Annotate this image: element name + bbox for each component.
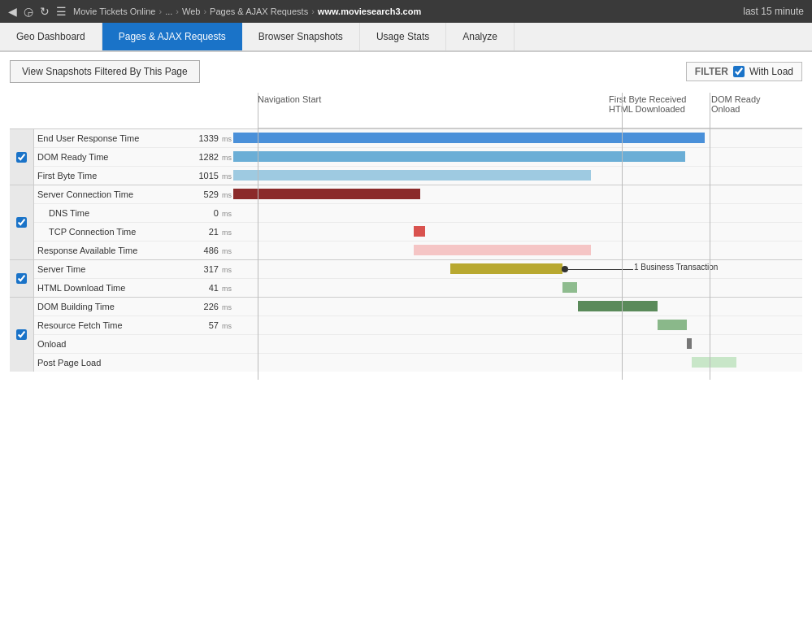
breadcrumb-domain: www.moviesearch3.com xyxy=(318,7,421,16)
data-row: HTML Download Time 41 ms xyxy=(34,279,802,297)
tab-usage-stats[interactable]: Usage Stats xyxy=(360,23,446,50)
section2-checkbox[interactable] xyxy=(16,217,27,228)
metric-name: Onload xyxy=(34,337,189,351)
tab-analyze[interactable]: Analyze xyxy=(446,23,515,50)
metric-name: Server Connection Time xyxy=(34,187,189,202)
metric-name: Server Time xyxy=(34,262,189,276)
metric-name: DOM Building Time xyxy=(34,299,189,314)
breadcrumb-item: Web xyxy=(182,7,200,16)
main-content: View Snapshots Filtered By This Page FIL… xyxy=(0,52,812,380)
metric-value: 486 ms xyxy=(189,243,233,258)
section-group-3: Server Time 317 ms 1 Business Transactio… xyxy=(10,259,802,297)
breadcrumb-item: Movie Tickets Online xyxy=(73,7,155,16)
business-tx-dot xyxy=(562,266,568,272)
metric-value: 226 ms xyxy=(189,299,233,314)
breadcrumb-item: ... xyxy=(165,7,172,16)
bar-col xyxy=(233,148,802,166)
forward-button[interactable]: ◶ xyxy=(24,5,33,18)
with-load-checkbox[interactable] xyxy=(733,66,745,77)
bar-col xyxy=(233,316,802,334)
bar-col xyxy=(233,242,802,259)
tab-bar: Geo Dashboard Pages & AJAX Requests Brow… xyxy=(0,23,812,52)
metric-value: 1282 ms xyxy=(189,150,233,164)
filter-label: FILTER xyxy=(695,66,728,77)
metric-value xyxy=(189,360,233,365)
view-snapshots-button[interactable]: View Snapshots Filtered By This Page xyxy=(10,60,200,83)
browser-bar: ◀ ◶ ↻ ☰ Movie Tickets Online › ... › Web… xyxy=(0,0,812,23)
timeline-bar xyxy=(414,245,591,255)
bar-col xyxy=(233,167,802,185)
timeline-bar xyxy=(233,133,705,143)
breadcrumb-sep: › xyxy=(311,7,315,16)
breadcrumb-sep: › xyxy=(176,7,179,16)
first-byte-label: First Byte ReceivedHTML Downloaded xyxy=(609,94,686,114)
section-group-1: End User Response Time 1339 ms DOM Ready… xyxy=(10,128,802,185)
metric-value: 21 ms xyxy=(189,224,233,239)
data-row: DOM Ready Time 1282 ms xyxy=(34,148,802,167)
nav-start-label: Navigation Start xyxy=(258,94,321,104)
bar-col xyxy=(233,129,802,147)
timeline-bar xyxy=(658,320,687,330)
metric-name: Resource Fetch Time xyxy=(34,318,189,333)
filter-area: FILTER With Load xyxy=(686,62,802,81)
data-row: Response Available Time 486 ms xyxy=(34,242,802,259)
timeline-bar xyxy=(692,357,736,368)
timeline-bar xyxy=(414,226,425,237)
business-tx-line xyxy=(568,269,633,270)
data-row: Post Page Load xyxy=(34,354,802,372)
menu-button[interactable]: ☰ xyxy=(56,5,67,18)
timeline-bar xyxy=(562,282,577,293)
business-tx-label: 1 Business Transaction xyxy=(634,263,718,272)
timeline-bar xyxy=(687,338,692,349)
refresh-button[interactable]: ↻ xyxy=(40,5,50,18)
metric-name: TCP Connection Time xyxy=(34,224,189,239)
data-row: End User Response Time 1339 ms xyxy=(34,129,802,148)
breadcrumb-sep: › xyxy=(203,7,206,16)
metric-value: 317 ms xyxy=(189,262,233,276)
metric-value: 529 ms xyxy=(189,187,233,202)
breadcrumb-sep: › xyxy=(158,7,162,16)
data-row: Resource Fetch Time 57 ms xyxy=(34,316,802,335)
metric-name: DNS Time xyxy=(34,206,189,220)
data-row: DOM Building Time 226 ms xyxy=(34,298,802,316)
tab-browser-snapshots[interactable]: Browser Snapshots xyxy=(242,23,360,50)
bar-col xyxy=(233,354,802,372)
metric-value: 0 ms xyxy=(189,206,233,220)
bar-col xyxy=(233,279,802,297)
metric-name: HTML Download Time xyxy=(34,281,189,295)
timeline-bar xyxy=(233,189,420,199)
metric-value xyxy=(189,342,233,346)
section-group-2: Server Connection Time 529 ms DNS Time 0… xyxy=(10,185,802,259)
timeline-bar xyxy=(578,301,658,311)
chart-area: Navigation Start First Byte ReceivedHTML… xyxy=(10,93,802,372)
data-row: TCP Connection Time 21 ms xyxy=(34,223,802,242)
tab-pages-ajax[interactable]: Pages & AJAX Requests xyxy=(102,23,242,50)
section-group-4: DOM Building Time 226 ms Resource Fetch … xyxy=(10,297,802,372)
data-row: DNS Time 0 ms xyxy=(34,204,802,223)
section1-checkbox[interactable] xyxy=(16,152,27,163)
metric-name: DOM Ready Time xyxy=(34,150,189,164)
data-row: Onload xyxy=(34,335,802,354)
metric-value: 41 ms xyxy=(189,281,233,295)
section4-checkbox[interactable] xyxy=(16,329,27,340)
metric-name: First Byte Time xyxy=(34,168,189,183)
metric-name: End User Response Time xyxy=(34,131,189,146)
timeline-bar xyxy=(450,263,562,274)
toolbar-row: View Snapshots Filtered By This Page FIL… xyxy=(10,60,802,83)
breadcrumb-item: Pages & AJAX Requests xyxy=(210,7,308,16)
tab-geo-dashboard[interactable]: Geo Dashboard xyxy=(0,23,102,50)
with-load-label: With Load xyxy=(749,66,793,77)
data-row: Server Time 317 ms 1 Business Transactio… xyxy=(34,260,802,279)
breadcrumb: Movie Tickets Online › ... › Web › Pages… xyxy=(73,7,736,16)
bar-col xyxy=(233,223,802,241)
metric-value: 1015 ms xyxy=(189,168,233,183)
back-button[interactable]: ◀ xyxy=(8,5,17,18)
bar-col xyxy=(233,298,802,315)
bar-col xyxy=(233,335,802,353)
timeline-bar xyxy=(233,170,591,181)
metric-name: Response Available Time xyxy=(34,243,189,258)
metric-value: 1339 ms xyxy=(189,131,233,146)
timeline-bar xyxy=(233,151,685,162)
section3-checkbox[interactable] xyxy=(16,273,27,284)
dom-ready-label: DOM ReadyOnload xyxy=(711,94,761,114)
